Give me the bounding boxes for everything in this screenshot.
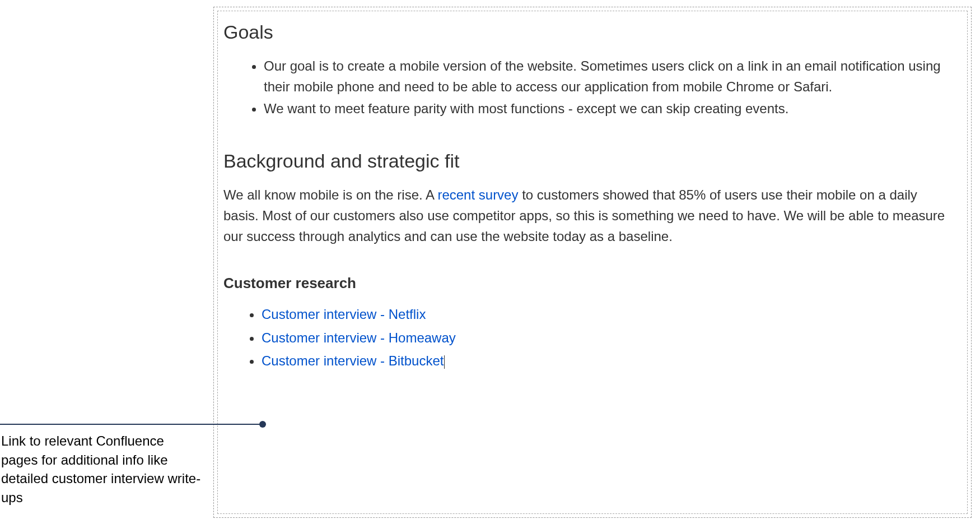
annotation-connector-dot bbox=[259, 421, 266, 428]
list-item: Customer interview - Bitbucket bbox=[262, 350, 955, 372]
list-item: Our goal is to create a mobile version o… bbox=[264, 55, 955, 97]
customer-research-list: Customer interview - Netflix Customer in… bbox=[223, 303, 955, 372]
annotation-callout-text: Link to relevant Confluence pages for ad… bbox=[1, 432, 203, 507]
customer-interview-link-homeaway[interactable]: Customer interview - Homeaway bbox=[262, 330, 456, 345]
goals-heading: Goals bbox=[223, 21, 955, 43]
background-heading: Background and strategic fit bbox=[223, 150, 955, 172]
recent-survey-link[interactable]: recent survey bbox=[437, 187, 518, 202]
list-item: We want to meet feature parity with most… bbox=[264, 98, 955, 119]
customer-interview-link-netflix[interactable]: Customer interview - Netflix bbox=[262, 307, 426, 322]
background-text-before: We all know mobile is on the rise. A bbox=[223, 187, 437, 202]
list-item: Customer interview - Netflix bbox=[262, 303, 955, 326]
text-cursor bbox=[444, 355, 445, 369]
document-editable-region[interactable]: Goals Our goal is to create a mobile ver… bbox=[217, 11, 968, 514]
customer-interview-link-bitbucket[interactable]: Customer interview - Bitbucket bbox=[262, 353, 444, 368]
annotation-connector-line bbox=[0, 424, 262, 425]
background-paragraph: We all know mobile is on the rise. A rec… bbox=[223, 184, 955, 247]
document-outer-frame: Goals Our goal is to create a mobile ver… bbox=[213, 7, 972, 518]
goals-list: Our goal is to create a mobile version o… bbox=[223, 55, 955, 119]
list-item: Customer interview - Homeaway bbox=[262, 327, 955, 349]
customer-research-heading: Customer research bbox=[223, 275, 955, 292]
